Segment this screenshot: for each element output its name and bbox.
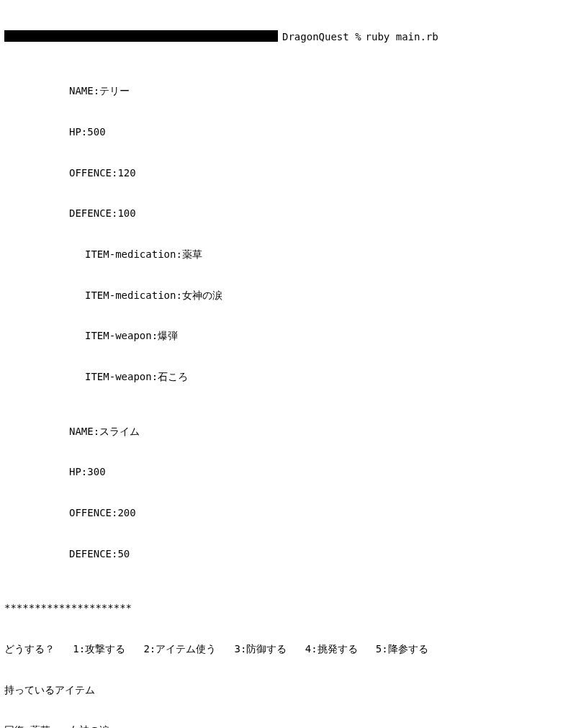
separator: ********************* bbox=[4, 601, 572, 615]
player-name: NAME:テリー bbox=[4, 84, 572, 98]
prompt-path: DragonQuest % bbox=[278, 30, 361, 44]
player-offence: OFFENCE:120 bbox=[4, 166, 572, 180]
player-item-2: ITEM-medication:女神の涙 bbox=[4, 289, 572, 302]
enemy-name: NAME:スライム bbox=[4, 425, 572, 439]
enemy-defence: DEFENCE:50 bbox=[4, 547, 572, 561]
enemy-hp: HP:300 bbox=[4, 465, 572, 479]
command-prompt-line: DragonQuest % ruby main.rb bbox=[4, 30, 572, 44]
enemy-offence: OFFENCE:200 bbox=[4, 506, 572, 520]
items-header: 持っているアイテム bbox=[4, 683, 572, 697]
prompt-command: ruby main.rb bbox=[361, 30, 438, 44]
player-defence: DEFENCE:100 bbox=[4, 207, 572, 220]
redacted-path bbox=[4, 30, 278, 42]
terminal-output: DragonQuest % ruby main.rb NAME:テリー HP:5… bbox=[0, 0, 576, 728]
player-item-4: ITEM-weapon:石ころ bbox=[4, 370, 572, 384]
action-menu: どうする？ 1:攻撃する 2:アイテム使う 3:防御する 4:挑発する 5:降参… bbox=[4, 642, 572, 656]
player-hp: HP:500 bbox=[4, 125, 572, 139]
player-item-1: ITEM-medication:薬草 bbox=[4, 248, 572, 261]
player-item-3: ITEM-weapon:爆弾 bbox=[4, 329, 572, 343]
items-recover: 回復:薬草 女神の涙 bbox=[4, 724, 572, 728]
